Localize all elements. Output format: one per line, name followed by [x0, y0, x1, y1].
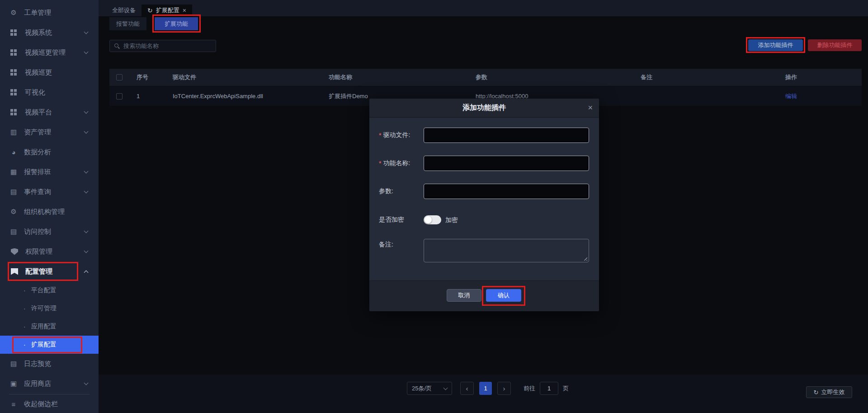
tab-all-devices[interactable]: 全部设备 — [106, 5, 142, 16]
sidebar-item-label: 可视化 — [25, 88, 45, 97]
sidebar-item-label: 应用商店 — [24, 380, 51, 388]
sidebar-item-access-control[interactable]: ▤ 访问控制 — [0, 222, 99, 242]
chevron-down-icon — [84, 109, 89, 114]
sidebar-item-video-patrol-mgmt[interactable]: 视频巡更管理 — [0, 43, 99, 62]
sidebar-item-org-mgmt[interactable]: ⚙ 组织机构管理 — [0, 202, 99, 222]
col-header-name: 功能名称 — [321, 73, 468, 81]
sidebar-item-config-mgmt[interactable]: 配置管理 — [0, 261, 99, 281]
driver-input[interactable] — [424, 128, 589, 143]
sidebar-item-label: 收起侧边栏 — [24, 400, 58, 408]
tab-extension-config[interactable]: ↻ 扩展配置 × — [142, 5, 192, 16]
sidebar-item-log-preview[interactable]: ▤ 日志预览 — [0, 354, 99, 374]
pagination: 25条/页 ‹ 1 › 前往 页 — [407, 382, 569, 395]
add-plugin-button[interactable]: 添加功能插件 — [748, 39, 803, 51]
chevron-down-icon — [84, 50, 89, 54]
col-header-no: 序号 — [129, 73, 165, 81]
col-header-action: 操作 — [778, 73, 862, 81]
chevron-down-icon — [84, 30, 89, 34]
sidebar-subitem-label: 平台配置 — [31, 286, 57, 294]
sidebar-item-extension-config[interactable]: · 扩展配置 — [0, 336, 99, 354]
store-icon: ▣ — [10, 380, 17, 388]
required-mark: * — [379, 132, 381, 139]
delete-plugin-button[interactable]: 删除功能插件 — [808, 39, 862, 51]
param-label: 参数: — [379, 187, 393, 195]
grid-icon — [10, 49, 18, 56]
sidebar-subitem-label: 扩展配置 — [31, 341, 57, 349]
page-size-select[interactable]: 25条/页 — [407, 382, 452, 395]
shield-icon — [11, 248, 18, 255]
sidebar-collapse[interactable]: ≡ 收起侧边栏 — [0, 395, 99, 413]
subtab-alarm-function[interactable]: 报警功能 — [109, 17, 146, 30]
refresh-icon: ↻ — [814, 389, 819, 396]
sidebar-item-work-order[interactable]: ⚙ 工单管理 — [0, 3, 99, 23]
select-all-checkbox[interactable] — [116, 74, 123, 81]
chevron-down-icon — [84, 169, 89, 174]
apply-now-button[interactable]: ↻ 立即生效 — [806, 386, 852, 398]
confirm-button[interactable]: 确认 — [486, 289, 521, 302]
param-input[interactable] — [424, 184, 589, 199]
cell-driver: IoTCenter.ExprcWebApiSample.dll — [165, 93, 321, 100]
gear-icon: ⚙ — [10, 208, 17, 216]
sidebar-item-data-analysis[interactable]: ◕ 数据分析 — [0, 142, 99, 162]
next-page-button[interactable]: › — [497, 382, 511, 395]
current-page-button[interactable]: 1 — [479, 382, 492, 395]
goto-unit-label: 页 — [563, 385, 569, 393]
sidebar-item-video-system[interactable]: 视频系统 — [0, 23, 99, 43]
sidebar-item-label: 配置管理 — [25, 267, 52, 276]
refresh-icon[interactable]: ↻ — [147, 7, 153, 14]
pie-chart-icon: ◕ — [10, 148, 17, 156]
sidebar-item-label: 工单管理 — [24, 9, 51, 17]
apply-now-label: 立即生效 — [821, 388, 844, 396]
encrypt-label: 是否加密 — [379, 216, 404, 224]
bullet-icon: · — [24, 341, 26, 348]
goto-page-input[interactable] — [540, 382, 558, 395]
name-label: 功能名称: — [383, 159, 410, 167]
sidebar-item-event-query[interactable]: ▤ 事件查询 — [0, 182, 99, 202]
sidebar-item-app-store[interactable]: ▣ 应用商店 — [0, 374, 99, 394]
sidebar-item-app-config[interactable]: · 应用配置 — [0, 318, 99, 336]
subtab-extension-function[interactable]: 扩展功能 — [155, 17, 198, 30]
row-checkbox[interactable] — [116, 93, 123, 100]
search-box — [109, 40, 216, 52]
sidebar-item-label: 事件查询 — [24, 188, 51, 196]
grid-icon — [10, 29, 18, 36]
encrypt-toggle[interactable] — [424, 215, 441, 224]
document-icon: ▤ — [10, 360, 17, 368]
cancel-button[interactable]: 取消 — [447, 289, 481, 302]
sidebar-item-label: 组织机构管理 — [24, 208, 65, 216]
prev-page-button[interactable]: ‹ — [460, 382, 474, 395]
sidebar-item-permission-mgmt[interactable]: 权限管理 — [0, 242, 99, 261]
add-plugin-modal: 添加功能插件 × * 驱动文件: * 功能名称: 参数: 是否加密 加密 备注:… — [369, 99, 599, 311]
sidebar-item-video-patrol[interactable]: 视频巡更 — [0, 62, 99, 82]
sidebar-item-visualization[interactable]: 可视化 — [0, 82, 99, 102]
chevron-down-icon — [443, 385, 448, 390]
sidebar-subitem-label: 许可管理 — [31, 304, 57, 313]
bullet-icon: · — [24, 323, 26, 330]
sidebar-item-label: 访问控制 — [24, 228, 51, 236]
encrypt-toggle-label: 加密 — [445, 216, 458, 224]
search-input[interactable] — [123, 43, 205, 49]
modal-title: 添加功能插件 — [462, 103, 506, 113]
remark-textarea[interactable] — [424, 239, 589, 262]
chevron-down-icon — [84, 189, 89, 194]
close-icon[interactable]: × — [183, 7, 186, 14]
edit-link[interactable]: 编辑 — [785, 93, 797, 100]
sidebar-item-license-mgmt[interactable]: · 许可管理 — [0, 299, 99, 318]
sidebar-item-alarm-schedule[interactable]: ▦ 报警排班 — [0, 162, 99, 182]
cell-no: 1 — [129, 93, 165, 100]
sidebar-item-platform-config[interactable]: · 平台配置 — [0, 281, 99, 299]
sidebar-item-label: 数据分析 — [24, 148, 51, 157]
bullet-icon: · — [24, 287, 26, 294]
col-header-remark: 备注 — [633, 73, 778, 81]
sidebar-item-label: 资产管理 — [24, 128, 51, 137]
sidebar-item-video-platform[interactable]: 视频平台 — [0, 102, 99, 122]
tab-bar: 全部设备 ↻ 扩展配置 × — [99, 0, 868, 16]
chevron-down-icon — [84, 381, 89, 385]
sidebar-item-asset-mgmt[interactable]: ▥ 资产管理 — [0, 122, 99, 142]
name-input[interactable] — [424, 156, 589, 171]
modal-header: 添加功能插件 × — [369, 99, 599, 118]
sidebar-divider — [9, 394, 90, 394]
chevron-up-icon — [84, 270, 89, 275]
close-icon[interactable]: × — [588, 103, 593, 113]
page-size-value: 25条/页 — [412, 385, 432, 393]
